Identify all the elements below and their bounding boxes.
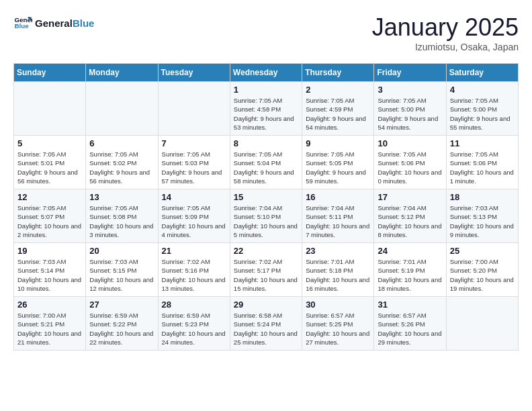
day-number: 14: [162, 192, 226, 202]
week-row-4: 19 Sunrise: 7:03 AMSunset: 5:14 PMDaylig…: [14, 243, 519, 297]
day-cell: 28 Sunrise: 6:59 AMSunset: 5:23 PMDaylig…: [158, 297, 230, 351]
day-number: 25: [450, 246, 515, 256]
day-info: Sunrise: 7:05 AMSunset: 5:06 PMDaylight:…: [378, 150, 442, 185]
day-cell: 8 Sunrise: 7:05 AMSunset: 5:04 PMDayligh…: [230, 136, 302, 189]
day-number: 19: [17, 246, 82, 256]
day-cell: 19 Sunrise: 7:03 AMSunset: 5:14 PMDaylig…: [14, 243, 86, 297]
day-number: 28: [162, 300, 226, 310]
day-info: Sunrise: 7:05 AMSunset: 5:00 PMDaylight:…: [378, 96, 442, 132]
day-info: Sunrise: 7:01 AMSunset: 5:18 PMDaylight:…: [306, 257, 370, 293]
day-number: 29: [234, 300, 298, 310]
logo-icon: General Blue: [13, 13, 32, 32]
day-cell: 17 Sunrise: 7:04 AMSunset: 5:12 PMDaylig…: [374, 189, 446, 243]
day-info: Sunrise: 7:03 AMSunset: 5:14 PMDaylight:…: [17, 257, 82, 293]
day-number: 3: [378, 85, 442, 95]
logo-text: GeneralBlue: [35, 17, 94, 29]
day-info: Sunrise: 7:03 AMSunset: 5:13 PMDaylight:…: [450, 203, 515, 239]
day-number: 31: [378, 300, 442, 310]
day-cell: 4 Sunrise: 7:05 AMSunset: 5:00 PMDayligh…: [446, 82, 518, 136]
day-info: Sunrise: 7:04 AMSunset: 5:11 PMDaylight:…: [306, 203, 370, 239]
day-cell: 5 Sunrise: 7:05 AMSunset: 5:01 PMDayligh…: [14, 136, 86, 189]
day-info: Sunrise: 7:05 AMSunset: 5:04 PMDaylight:…: [234, 150, 298, 185]
day-info: Sunrise: 6:59 AMSunset: 5:22 PMDaylight:…: [89, 311, 154, 347]
day-cell: 26 Sunrise: 7:00 AMSunset: 5:21 PMDaylig…: [14, 297, 86, 351]
day-number: 27: [89, 300, 154, 310]
day-cell: 11 Sunrise: 7:05 AMSunset: 5:06 PMDaylig…: [446, 136, 518, 189]
day-info: Sunrise: 7:01 AMSunset: 5:19 PMDaylight:…: [378, 257, 442, 293]
day-cell: 15 Sunrise: 7:04 AMSunset: 5:10 PMDaylig…: [230, 189, 302, 243]
day-info: Sunrise: 7:05 AMSunset: 5:05 PMDaylight:…: [306, 150, 370, 185]
week-row-2: 5 Sunrise: 7:05 AMSunset: 5:01 PMDayligh…: [14, 136, 519, 189]
day-number: 22: [234, 246, 298, 256]
day-number: 2: [306, 85, 370, 95]
day-info: Sunrise: 7:05 AMSunset: 5:06 PMDaylight:…: [450, 150, 515, 185]
day-info: Sunrise: 7:05 AMSunset: 5:08 PMDaylight:…: [89, 203, 154, 239]
weekday-header-friday: Friday: [374, 64, 446, 82]
day-number: 9: [306, 138, 370, 148]
weekday-header-thursday: Thursday: [302, 64, 374, 82]
day-number: 12: [17, 192, 82, 202]
day-cell: 14 Sunrise: 7:05 AMSunset: 5:09 PMDaylig…: [158, 189, 230, 243]
day-cell: [14, 82, 86, 136]
month-title: January 2025: [372, 13, 519, 42]
day-cell: 25 Sunrise: 7:00 AMSunset: 5:20 PMDaylig…: [446, 243, 518, 297]
day-info: Sunrise: 7:05 AMSunset: 5:01 PMDaylight:…: [17, 150, 82, 185]
day-info: Sunrise: 6:58 AMSunset: 5:24 PMDaylight:…: [234, 311, 298, 347]
day-number: 4: [450, 85, 515, 95]
day-info: Sunrise: 7:04 AMSunset: 5:12 PMDaylight:…: [378, 203, 442, 239]
weekday-header-row: SundayMondayTuesdayWednesdayThursdayFrid…: [14, 64, 519, 82]
day-number: 13: [89, 192, 154, 202]
day-cell: 1 Sunrise: 7:05 AMSunset: 4:58 PMDayligh…: [230, 82, 302, 136]
location: Izumiotsu, Osaka, Japan: [372, 42, 519, 52]
day-number: 21: [162, 246, 226, 256]
calendar-table: SundayMondayTuesdayWednesdayThursdayFrid…: [13, 63, 519, 351]
day-cell: 16 Sunrise: 7:04 AMSunset: 5:11 PMDaylig…: [302, 189, 374, 243]
weekday-header-tuesday: Tuesday: [158, 64, 230, 82]
day-cell: [446, 297, 518, 351]
day-number: 8: [234, 138, 298, 148]
logo: General Blue GeneralBlue: [13, 13, 94, 32]
day-cell: 23 Sunrise: 7:01 AMSunset: 5:18 PMDaylig…: [302, 243, 374, 297]
day-number: 26: [17, 300, 82, 310]
day-info: Sunrise: 7:03 AMSunset: 5:15 PMDaylight:…: [89, 257, 154, 293]
day-cell: 27 Sunrise: 6:59 AMSunset: 5:22 PMDaylig…: [86, 297, 158, 351]
day-cell: 3 Sunrise: 7:05 AMSunset: 5:00 PMDayligh…: [374, 82, 446, 136]
day-cell: 22 Sunrise: 7:02 AMSunset: 5:17 PMDaylig…: [230, 243, 302, 297]
day-info: Sunrise: 7:02 AMSunset: 5:16 PMDaylight:…: [162, 257, 226, 293]
day-cell: [158, 82, 230, 136]
day-cell: 18 Sunrise: 7:03 AMSunset: 5:13 PMDaylig…: [446, 189, 518, 243]
weekday-header-monday: Monday: [86, 64, 158, 82]
day-cell: 7 Sunrise: 7:05 AMSunset: 5:03 PMDayligh…: [158, 136, 230, 189]
day-info: Sunrise: 7:04 AMSunset: 5:10 PMDaylight:…: [234, 203, 298, 239]
day-cell: 13 Sunrise: 7:05 AMSunset: 5:08 PMDaylig…: [86, 189, 158, 243]
svg-text:Blue: Blue: [14, 22, 29, 30]
day-info: Sunrise: 6:57 AMSunset: 5:25 PMDaylight:…: [306, 311, 370, 347]
week-row-5: 26 Sunrise: 7:00 AMSunset: 5:21 PMDaylig…: [14, 297, 519, 351]
week-row-1: 1 Sunrise: 7:05 AMSunset: 4:58 PMDayligh…: [14, 82, 519, 136]
day-number: 11: [450, 138, 515, 148]
day-info: Sunrise: 7:00 AMSunset: 5:20 PMDaylight:…: [450, 257, 515, 293]
weekday-header-wednesday: Wednesday: [230, 64, 302, 82]
week-row-3: 12 Sunrise: 7:05 AMSunset: 5:07 PMDaylig…: [14, 189, 519, 243]
title-block: January 2025 Izumiotsu, Osaka, Japan: [372, 13, 519, 52]
day-number: 16: [306, 192, 370, 202]
day-number: 24: [378, 246, 442, 256]
day-number: 20: [89, 246, 154, 256]
day-cell: 9 Sunrise: 7:05 AMSunset: 5:05 PMDayligh…: [302, 136, 374, 189]
day-cell: 24 Sunrise: 7:01 AMSunset: 5:19 PMDaylig…: [374, 243, 446, 297]
day-info: Sunrise: 7:05 AMSunset: 4:58 PMDaylight:…: [234, 96, 298, 132]
day-cell: 21 Sunrise: 7:02 AMSunset: 5:16 PMDaylig…: [158, 243, 230, 297]
page-header: General Blue GeneralBlue January 2025 Iz…: [13, 13, 519, 52]
day-info: Sunrise: 7:00 AMSunset: 5:21 PMDaylight:…: [17, 311, 82, 347]
day-number: 5: [17, 138, 82, 148]
day-cell: 29 Sunrise: 6:58 AMSunset: 5:24 PMDaylig…: [230, 297, 302, 351]
day-info: Sunrise: 6:57 AMSunset: 5:26 PMDaylight:…: [378, 311, 442, 347]
day-cell: 10 Sunrise: 7:05 AMSunset: 5:06 PMDaylig…: [374, 136, 446, 189]
day-number: 7: [162, 138, 226, 148]
day-info: Sunrise: 6:59 AMSunset: 5:23 PMDaylight:…: [162, 311, 226, 347]
day-number: 18: [450, 192, 515, 202]
day-number: 6: [89, 138, 154, 148]
day-info: Sunrise: 7:05 AMSunset: 4:59 PMDaylight:…: [306, 96, 370, 132]
day-info: Sunrise: 7:05 AMSunset: 5:09 PMDaylight:…: [162, 203, 226, 239]
day-info: Sunrise: 7:02 AMSunset: 5:17 PMDaylight:…: [234, 257, 298, 293]
